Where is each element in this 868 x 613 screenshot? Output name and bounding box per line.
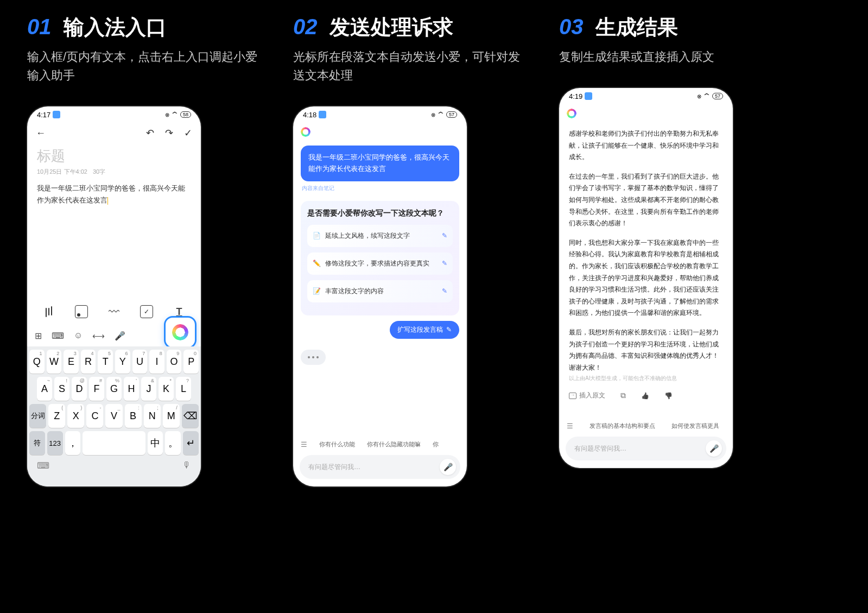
key-Q[interactable]: Q1 [29, 350, 45, 374]
key-C[interactable]: C- [86, 404, 103, 428]
image-insert-icon[interactable] [75, 305, 88, 318]
key-。[interactable]: 。 [165, 431, 181, 455]
key-E[interactable]: E3 [64, 350, 79, 374]
insert-button[interactable]: 插入原文 [569, 391, 605, 400]
edit-icon: ✎ [446, 326, 452, 333]
suggestion-chip[interactable]: 发言稿的基本结构和要点 [590, 422, 655, 430]
expand-chip[interactable]: 扩写这段发言稿 ✎ [390, 321, 459, 339]
keyboard-collapse-icon[interactable]: ⌨ [37, 460, 49, 471]
wifi-icon [438, 110, 444, 119]
step-1-title: 输入法入口 [64, 16, 167, 39]
suggestion-chip[interactable]: 如何使发言稿更具 [671, 422, 719, 430]
key-Y[interactable]: Y6 [115, 350, 130, 374]
rewrite-option[interactable]: 📝丰富这段文字的内容✎ [307, 280, 453, 302]
key-A[interactable]: A~ [37, 377, 52, 401]
wifi-icon [172, 110, 178, 119]
key-I[interactable]: I8 [149, 350, 164, 374]
suggestion-chip[interactable]: 你 [433, 440, 439, 448]
key-123[interactable]: 123 [47, 431, 63, 455]
rewrite-option[interactable]: ✏️修饰这段文字，要求描述内容更真实✎ [307, 252, 453, 275]
suggestion-chip[interactable]: 你有什么功能 [319, 440, 355, 448]
thumbs-up-icon[interactable] [641, 391, 649, 400]
key-F[interactable]: F# [89, 377, 104, 401]
undo-icon[interactable]: ↶ [146, 127, 154, 139]
drawing-icon[interactable] [107, 305, 121, 318]
phone-1: 4:17 ⊗ 58 ← ↶ ↷ ✓ 标题 10月25日 下午4:0 [27, 106, 201, 486]
status-bar: 4:18 ⊗ 57 [293, 106, 467, 123]
phone-3: 4:19 ⊗ 57 感谢学校和老师们为孩子们付出的辛勤努力和无私奉献，让孩子们能… [559, 88, 733, 468]
key-B[interactable]: B: [125, 404, 142, 428]
key-U[interactable]: U7 [132, 350, 148, 374]
step-3-header: 03 生成结果 [559, 14, 793, 41]
key-K[interactable]: K* [159, 377, 174, 401]
key-space[interactable] [83, 431, 145, 455]
key-X[interactable]: X) [67, 404, 84, 428]
suggestion-chip[interactable]: 你有什么隐藏功能嘛 [367, 440, 421, 448]
rewrite-card: 是否需要小爱帮你改写一下这段文本呢？ 📄延续上文风格，续写这段文字✎✏️修饰这段… [301, 201, 459, 315]
suggestion-icon[interactable]: ☰ [567, 422, 573, 430]
option-text: 修饰这段文字，要求描述内容更真实 [325, 259, 429, 268]
option-icon: 📝 [313, 287, 321, 295]
rewrite-option[interactable]: 📄延续上文风格，续写这段文字✎ [307, 225, 453, 247]
ai-logo-icon [301, 127, 311, 137]
edit-icon[interactable]: ✎ [442, 260, 447, 267]
edit-icon[interactable]: ✎ [442, 232, 447, 239]
key-符[interactable]: 符 [29, 431, 45, 455]
key-P[interactable]: P0 [183, 350, 199, 374]
chat-input[interactable]: 有问题尽管问我… 🎤 [566, 437, 726, 460]
mic-button[interactable]: 🎤 [706, 440, 722, 457]
key-S[interactable]: S! [54, 377, 69, 401]
gen-para: 最后，我想对所有的家长朋友们说：让我们一起努力为孩子们创造一个更好的学习和生活环… [569, 327, 723, 372]
cloud-icon [319, 111, 326, 118]
keyboard-mic-icon[interactable]: 🎙 [182, 460, 191, 471]
key-R[interactable]: R4 [81, 350, 96, 374]
key-V[interactable]: V_ [105, 404, 122, 428]
mic-icon[interactable]: 🎤 [115, 331, 125, 341]
step-2-column: 02 发送处理诉求 光标所在段落文本自动发送小爱，可针对发送文本处理 4:18 … [293, 14, 527, 586]
key-分词[interactable]: 分词 [29, 404, 46, 428]
key-O[interactable]: O9 [167, 350, 182, 374]
chat-placeholder: 有问题尽管问我… [308, 463, 360, 472]
note-body[interactable]: 我是一年级二班小宝同学的爸爸，很高兴今天能作为家长代表在这发言 [27, 182, 201, 206]
note-meta: 10月25日 下午4:02 30字 [27, 166, 201, 182]
result-actions: 插入原文 [559, 384, 733, 407]
apps-icon[interactable]: ⊞ [35, 331, 42, 341]
key-dark bsp[interactable] [182, 404, 199, 428]
key-W[interactable]: W2 [47, 350, 62, 374]
voice-input-icon[interactable] [42, 305, 55, 318]
key-Z[interactable]: Z( [48, 404, 65, 428]
note-toolbar: ← ↶ ↷ ✓ [27, 123, 201, 143]
key-中[interactable]: 中 [148, 431, 163, 455]
generated-text[interactable]: 感谢学校和老师们为孩子们付出的辛勤努力和无私奉献，让孩子们能够在一个健康、快乐的… [559, 123, 733, 372]
keyboard-icon[interactable]: ⌨ [52, 331, 64, 341]
redo-icon[interactable]: ↷ [165, 127, 173, 139]
key-H[interactable]: H' [124, 377, 139, 401]
back-icon[interactable]: ← [36, 128, 46, 139]
key-D[interactable]: D@ [72, 377, 87, 401]
key-G[interactable]: G% [106, 377, 122, 401]
edit-icon[interactable]: ✎ [442, 287, 447, 295]
key-T[interactable]: T5 [98, 350, 113, 374]
emoji-icon[interactable]: ☺ [74, 331, 83, 340]
chat-input[interactable]: 有问题尽管问我… 🎤 [300, 455, 460, 479]
suggestion-icon[interactable]: ☰ [301, 440, 307, 448]
text-cursor [107, 197, 108, 205]
suggestions-row: ☰ 你有什么功能 你有什么隐藏功能嘛 你 [293, 440, 467, 448]
copy-icon[interactable] [620, 391, 626, 400]
cursor-icon[interactable]: ⟷ [92, 331, 105, 341]
key-dark enter[interactable] [183, 431, 199, 455]
key-J[interactable]: J& [141, 377, 156, 401]
confirm-icon[interactable]: ✓ [184, 127, 192, 139]
step-1-number: 01 [27, 15, 52, 39]
note-title-placeholder[interactable]: 标题 [27, 143, 201, 166]
key-L[interactable]: L? [176, 377, 191, 401]
thumbs-down-icon[interactable] [664, 391, 673, 400]
phone-2: 4:18 ⊗ 57 我是一年级二班小宝同学的爸爸，很高兴今天能作为家长代表在这发… [293, 106, 467, 486]
option-icon: ✏️ [313, 260, 321, 267]
key-M[interactable]: M/ [163, 404, 180, 428]
key-N[interactable]: N; [144, 404, 161, 428]
checklist-icon[interactable] [140, 305, 153, 318]
key-，[interactable]: ， [65, 431, 81, 455]
mic-button[interactable]: 🎤 [440, 459, 456, 475]
clock: 4:19 [569, 92, 582, 100]
